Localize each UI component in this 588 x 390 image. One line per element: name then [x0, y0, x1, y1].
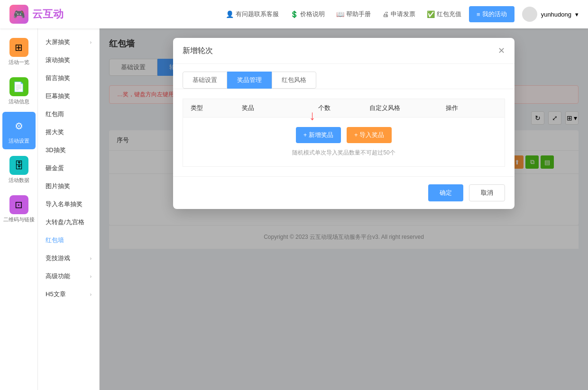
- sidebar-item-activity-data[interactable]: 🗄 活动数据: [2, 151, 36, 189]
- modal-col-prize: 奖品: [242, 104, 319, 112]
- modal-add-round: 新增轮次 ✕ 基础设置 奖品管理 红包风格 类型 奖品 个数 自定义风格: [173, 38, 514, 209]
- modal-col-style: 自定义风格: [369, 104, 446, 112]
- modal-close-button[interactable]: ✕: [498, 45, 505, 56]
- chevron-right-icon-h5: ›: [90, 292, 92, 297]
- sidebar-sub-label-import: 导入名单抽奖: [46, 200, 83, 209]
- username: yunhudong: [541, 11, 571, 18]
- sidebar-icons: ⊞ 活动一览 📄 活动信息 ⚙ 活动设置 🗄 活动数据 ⊡ 二维码与链接: [0, 28, 38, 390]
- sidebar-sub-label-wheel: 大转盘/九宫格: [46, 218, 84, 227]
- nav-label-help: 帮助手册: [346, 10, 371, 18]
- chevron-down-icon: ›: [90, 40, 92, 45]
- modal-col-operation: 操作: [446, 104, 497, 112]
- qr-link-icon: ⊡: [9, 195, 28, 214]
- my-activity-button[interactable]: ≡ 我的活动: [469, 6, 514, 22]
- my-activity-icon: ≡: [477, 11, 480, 18]
- nav-item-support[interactable]: 👤 有问题联系客服: [226, 10, 279, 18]
- sidebar-sub-label-3d: 3D抽奖: [46, 146, 66, 154]
- support-icon: 👤: [226, 10, 234, 18]
- sidebar-item-activity-settings[interactable]: ⚙ 活动设置: [2, 112, 36, 149]
- modal-tab-style[interactable]: 红包风格: [272, 72, 316, 89]
- modal-footer: 确定 取消: [173, 176, 514, 209]
- sidebar-sub-photo-lottery[interactable]: 图片抽奖: [38, 177, 99, 195]
- cancel-button[interactable]: 取消: [469, 184, 505, 201]
- sidebar-sub-import-list[interactable]: 导入名单抽奖: [38, 195, 99, 213]
- sidebar-sub-scroll-lottery[interactable]: 滚动抽奖: [38, 51, 99, 69]
- sidebar-sub-label-red-rain: 红包雨: [46, 110, 64, 118]
- modal-tabs: 基础设置 奖品管理 红包风格: [173, 64, 514, 89]
- sidebar-sub-label-message: 留言抽奖: [46, 74, 70, 82]
- modal-overlay: 新增轮次 ✕ 基础设置 奖品管理 红包风格 类型 奖品 个数 自定义风格: [100, 28, 588, 390]
- sidebar-sub-label-competition: 竞技游戏: [46, 254, 70, 263]
- sidebar-sub-label-big-screen: 大屏抽奖: [46, 38, 70, 46]
- my-activity-label: 我的活动: [482, 10, 507, 18]
- logo-text: 云互动: [32, 7, 64, 21]
- sidebar-sub-competition[interactable]: 竞技游戏 ›: [38, 249, 99, 267]
- modal-col-count: 个数: [318, 104, 369, 112]
- prize-buttons-row: ↓ + 新增奖品 + 导入奖品: [296, 127, 392, 143]
- activity-data-icon: 🗄: [9, 156, 28, 175]
- sidebar-sub-label-h5: H5文章: [46, 290, 66, 299]
- add-prize-button[interactable]: + 新增奖品: [296, 127, 341, 143]
- sidebar-sub-golden-egg[interactable]: 砸金蛋: [38, 159, 99, 177]
- avatar: [522, 7, 537, 22]
- sidebar-sub-message-lottery[interactable]: 留言抽奖: [38, 69, 99, 87]
- sidebar-sub: 大屏抽奖 › 滚动抽奖 留言抽奖 巨幕抽奖 红包雨 摇大奖 3D抽奖 砸金蛋 图…: [38, 28, 100, 390]
- import-prize-button[interactable]: + 导入奖品: [347, 127, 392, 143]
- header: 🎮 云互动 👤 有问题联系客服 💲 价格说明 📖 帮助手册 🖨 申请发票 ✅: [0, 0, 588, 28]
- help-icon: 📖: [336, 10, 344, 18]
- chevron-right-icon-advanced: ›: [90, 274, 92, 279]
- arrow-indicator: ↓: [309, 108, 316, 123]
- sidebar-sub-label-red-wall: 红包墙: [46, 236, 64, 245]
- sidebar-sub-red-wall[interactable]: 红包墙: [38, 231, 99, 249]
- sidebar-sub-shake[interactable]: 摇大奖: [38, 123, 99, 141]
- nav-label-recharge: 红包充值: [437, 10, 461, 18]
- user-menu[interactable]: yunhudong ▾: [522, 7, 579, 22]
- main-layout: ⊞ 活动一览 📄 活动信息 ⚙ 活动设置 🗄 活动数据 ⊡ 二维码与链接 大屏抽…: [0, 28, 588, 390]
- activity-list-label: 活动一览: [9, 59, 29, 66]
- sidebar-sub-big-screen-lottery[interactable]: 大屏抽奖 ›: [38, 33, 99, 51]
- sidebar-sub-red-rain[interactable]: 红包雨: [38, 105, 99, 123]
- sidebar-sub-h5[interactable]: H5文章 ›: [38, 285, 99, 303]
- activity-settings-icon: ⚙: [9, 117, 28, 136]
- sidebar-item-qr-link[interactable]: ⊡ 二维码与链接: [2, 190, 36, 228]
- header-nav: 👤 有问题联系客服 💲 价格说明 📖 帮助手册 🖨 申请发票 ✅ 红包充值: [226, 10, 461, 18]
- modal-body: 类型 奖品 个数 自定义风格 操作 ↓ + 新增奖品 + 导入奖品 随机模式单次…: [173, 89, 514, 176]
- sidebar-sub-label-giant: 巨幕抽奖: [46, 92, 70, 100]
- modal-tab-basic[interactable]: 基础设置: [183, 72, 227, 89]
- logo-icon: 🎮: [9, 5, 28, 24]
- recharge-icon: ✅: [427, 10, 435, 18]
- activity-data-label: 活动数据: [9, 177, 29, 184]
- modal-table-header: 类型 奖品 个数 自定义风格 操作: [183, 99, 505, 118]
- nav-item-help[interactable]: 📖 帮助手册: [336, 10, 371, 18]
- qr-link-label: 二维码与链接: [3, 216, 35, 223]
- activity-list-icon: ⊞: [9, 38, 28, 57]
- sidebar-sub-3d[interactable]: 3D抽奖: [38, 141, 99, 159]
- sidebar-sub-wheel[interactable]: 大转盘/九宫格: [38, 213, 99, 231]
- modal-col-type: 类型: [191, 104, 242, 112]
- nav-item-price[interactable]: 💲 价格说明: [290, 10, 325, 18]
- modal-header: 新增轮次 ✕: [173, 38, 514, 64]
- modal-title: 新增轮次: [183, 46, 213, 56]
- sidebar-sub-label-scroll: 滚动抽奖: [46, 56, 70, 64]
- activity-settings-label: 活动设置: [9, 137, 29, 145]
- sidebar-item-activity-info[interactable]: 📄 活动信息: [2, 73, 36, 110]
- header-actions: 👤 有问题联系客服 💲 价格说明 📖 帮助手册 🖨 申请发票 ✅ 红包充值 ≡: [226, 6, 579, 22]
- confirm-button[interactable]: 确定: [428, 184, 463, 201]
- sidebar-item-activity-list[interactable]: ⊞ 活动一览: [2, 33, 36, 71]
- import-hint-text: 随机模式单次导入奖品数量不可超过50个: [292, 149, 395, 157]
- nav-label-price: 价格说明: [300, 10, 325, 18]
- sidebar-sub-label-advanced: 高级功能: [46, 272, 70, 281]
- sidebar-sub-label-shake: 摇大奖: [46, 128, 64, 136]
- nav-item-recharge[interactable]: ✅ 红包充值: [427, 10, 461, 18]
- activity-info-label: 活动信息: [9, 98, 29, 105]
- sidebar-sub-advanced[interactable]: 高级功能 ›: [38, 267, 99, 285]
- user-chevron-icon: ▾: [575, 11, 579, 18]
- sidebar-sub-giant-screen[interactable]: 巨幕抽奖: [38, 87, 99, 105]
- sidebar-sub-label-golden: 砸金蛋: [46, 164, 64, 172]
- modal-tab-prizes[interactable]: 奖品管理: [227, 72, 272, 89]
- invoice-icon: 🖨: [382, 10, 389, 18]
- nav-label-invoice: 申请发票: [391, 10, 415, 18]
- price-icon: 💲: [290, 10, 298, 18]
- nav-item-invoice[interactable]: 🖨 申请发票: [382, 10, 415, 18]
- modal-table-body: ↓ + 新增奖品 + 导入奖品 随机模式单次导入奖品数量不可超过50个: [183, 118, 505, 167]
